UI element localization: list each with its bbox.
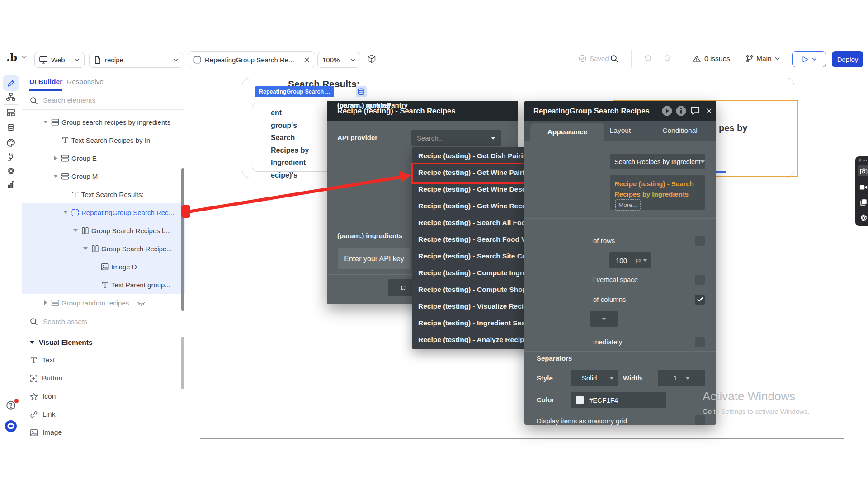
separator-style-select[interactable]: Solid: [571, 370, 618, 386]
camera-icon[interactable]: [858, 165, 868, 176]
search-elements-input[interactable]: Search elements: [22, 91, 185, 110]
immediately-checkbox[interactable]: [695, 337, 705, 347]
info-circle-icon[interactable]: [676, 106, 686, 116]
tree-item-7[interactable]: Group Search Recipe...: [22, 239, 185, 258]
plugins-icon[interactable]: [5, 151, 16, 162]
reusable-components-icon[interactable]: [5, 107, 16, 118]
tree-item-0[interactable]: Group search recipes by ingredients: [22, 113, 185, 131]
branch-name: Main: [756, 55, 772, 63]
close-icon[interactable]: [704, 106, 714, 116]
logs-icon[interactable]: [5, 179, 16, 190]
group-icon: [60, 155, 71, 162]
tab-conditional[interactable]: Conditional: [653, 127, 707, 135]
styles-icon[interactable]: [5, 137, 16, 148]
property-editor-panel: RepeatingGroup Search Recipes Appearance…: [524, 101, 716, 425]
layers-icon[interactable]: [858, 197, 868, 208]
property-panel-title: RepeatingGroup Search Recipes: [524, 101, 716, 121]
bubble-logo-menu[interactable]: .b: [6, 51, 27, 63]
assets-scrollbar[interactable]: [181, 337, 184, 389]
visual-elements-header[interactable]: Visual Elements: [30, 337, 93, 348]
color-label: Color: [537, 395, 554, 404]
tree-item-label: Group search recipes by ingredients: [61, 118, 170, 126]
component-library-icon[interactable]: [367, 54, 376, 63]
enter-api-key-button[interactable]: Enter your API key: [338, 248, 410, 269]
api-provider-select[interactable]: Search...: [411, 130, 501, 146]
database-icon[interactable]: [5, 122, 16, 133]
palette-item-text[interactable]: Text: [22, 351, 180, 369]
caret-down-icon[interactable]: [52, 175, 60, 178]
windows-watermark: Activate Windows Go to Settings to activ…: [703, 389, 810, 415]
columns-checkbox[interactable]: [695, 295, 705, 305]
tree-item-1[interactable]: Text Search Recipes by In: [22, 131, 185, 149]
tab-appearance[interactable]: Appearance: [530, 123, 604, 141]
issues-button[interactable]: 0 issues: [693, 55, 730, 63]
data-source-field[interactable]: Recipe (testing) - Search Recipes by Ing…: [610, 175, 705, 210]
canvas-cell-text[interactable]: ent group's Search Recipes by Ingredient…: [271, 107, 309, 181]
width-label: Width: [623, 374, 642, 383]
device-dropdown[interactable]: Web: [34, 52, 85, 68]
eye-closed-icon[interactable]: [137, 300, 146, 306]
design-tab-icon[interactable]: [3, 75, 19, 91]
save-status-label: Saved: [590, 55, 609, 62]
tab-ui-builder[interactable]: UI Builder: [29, 78, 62, 91]
palette-item-icon[interactable]: Icon: [22, 387, 180, 405]
branch-selector[interactable]: Main: [746, 55, 780, 63]
vertical-space-checkbox[interactable]: [695, 275, 705, 285]
page-dropdown[interactable]: recipe: [89, 52, 183, 68]
caret-right-icon[interactable]: [52, 156, 60, 160]
separator-color-field[interactable]: #ECF1F4: [571, 392, 666, 408]
masonry-checkbox[interactable]: [695, 415, 705, 425]
redo-icon[interactable]: [664, 55, 672, 62]
palette-item-label: Link: [42, 410, 55, 418]
api-provider-label: API provider: [337, 133, 377, 142]
tree-item-label: Image D: [111, 263, 137, 271]
caret-down-icon[interactable]: [71, 229, 80, 232]
columns-count-select[interactable]: [590, 311, 618, 327]
caret-down-icon[interactable]: [61, 211, 70, 214]
tree-item-6[interactable]: Group Search Recipes b...: [22, 221, 185, 239]
workflow-icon[interactable]: [5, 91, 16, 102]
play-circle-icon[interactable]: [662, 106, 672, 116]
tree-item-3[interactable]: Group M: [22, 167, 185, 185]
search-assets-input[interactable]: Search assets: [22, 312, 185, 331]
chat-bubble-icon[interactable]: [5, 420, 17, 432]
search-icon[interactable]: [610, 55, 618, 62]
caret-down-icon[interactable]: [81, 247, 90, 250]
tree-item-8[interactable]: Image D: [22, 258, 185, 276]
tree-item-10[interactable]: Group random recipes: [22, 294, 185, 312]
more-button[interactable]: More...: [615, 199, 641, 211]
close-icon[interactable]: [304, 57, 309, 62]
palette-item-link[interactable]: Link: [22, 405, 180, 423]
selected-element-chip[interactable]: RepeatingGroup Search ...: [255, 86, 334, 97]
tree-item-4[interactable]: Text Search Results:: [22, 185, 185, 203]
palette-item-button[interactable]: Button: [22, 369, 180, 387]
palette-item-image[interactable]: Image: [22, 423, 180, 441]
video-camera-icon[interactable]: [858, 182, 868, 192]
content-type-select[interactable]: Search Recipes by Ingredient: [610, 154, 705, 169]
gear-icon[interactable]: [858, 212, 868, 223]
git-branch-icon: [746, 55, 753, 63]
database-icon: [358, 88, 365, 95]
tree-item-2[interactable]: Group E: [22, 149, 185, 167]
check-icon: [697, 297, 703, 302]
separator-width-select[interactable]: 1: [658, 370, 705, 386]
group-icon: [60, 173, 71, 180]
sidebar-scrollbar[interactable]: [181, 168, 184, 311]
tab-responsive[interactable]: Responsive: [67, 78, 104, 86]
data-source-chip[interactable]: [356, 86, 367, 97]
settings-icon[interactable]: [5, 165, 16, 176]
preview-button[interactable]: [792, 51, 826, 67]
capture-mini-controls[interactable]: [858, 158, 868, 162]
comment-icon[interactable]: [690, 106, 700, 116]
deploy-button[interactable]: Deploy: [832, 51, 863, 67]
rows-checkbox[interactable]: [695, 236, 705, 246]
element-tab[interactable]: RepeatingGroup Search Re...: [188, 51, 315, 68]
undo-icon[interactable]: [644, 55, 652, 62]
caret-right-icon[interactable]: [42, 300, 50, 305]
zoom-dropdown[interactable]: 100%: [317, 52, 360, 68]
tab-layout[interactable]: Layout: [597, 127, 644, 135]
row-height-input[interactable]: 100 px: [609, 252, 651, 268]
caret-down-icon[interactable]: [42, 121, 50, 123]
tree-item-5[interactable]: RepeatingGroup Search Rec...: [22, 203, 185, 221]
tree-item-9[interactable]: Text Parent group...: [22, 276, 185, 294]
